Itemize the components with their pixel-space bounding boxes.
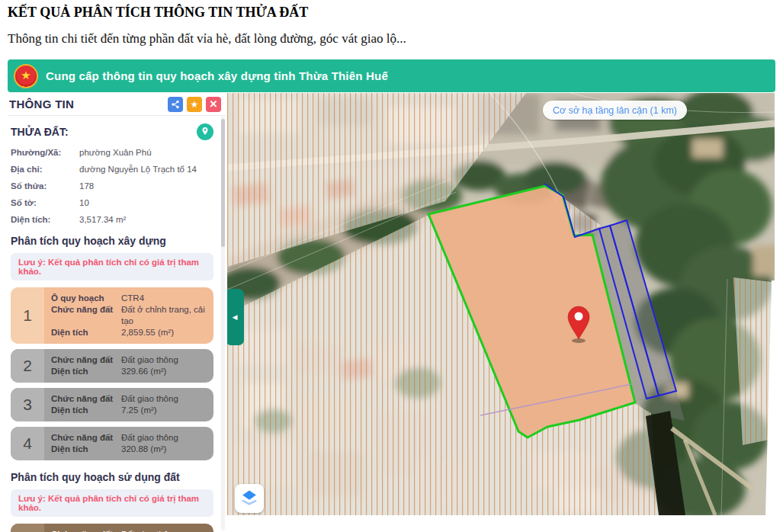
- panel-collapse-button[interactable]: ◀: [227, 289, 244, 345]
- field-label: Địa chỉ:: [11, 165, 79, 174]
- field-label: Diện tích:: [11, 215, 79, 224]
- location-pin-icon: [201, 127, 210, 138]
- item-row: Diện tích2,859.55 (m²): [51, 327, 207, 338]
- close-button[interactable]: ✕: [206, 97, 221, 112]
- page: KẾT QUẢ PHÂN TÍCH THÔNG TIN THỬA ĐẤT Thô…: [0, 0, 783, 532]
- satellite-imagery: [227, 93, 775, 515]
- parcel-field: Số thửa:178: [11, 181, 213, 191]
- field-value: đường Nguyễn Lộ Trạch tổ 14: [79, 165, 197, 174]
- item-row-value: Đất ở chỉnh trang, cải tạo: [121, 304, 207, 327]
- item-row-label: Chức năng đất: [51, 432, 121, 444]
- item-rows: Chức năng đấtĐất giao thôngDiện tích7.25…: [44, 388, 213, 421]
- landuse-analysis-list: 1Chức năng đấtĐất giao thôngDiện tích873…: [11, 524, 213, 532]
- item-row-value: 2,859.55 (m²): [121, 327, 207, 338]
- field-value: 10: [79, 198, 89, 207]
- field-label: Phường/Xã:: [11, 148, 79, 157]
- analysis-item[interactable]: 1Ô quy hoạchCTR4Chức năng đấtĐất ở chỉnh…: [11, 287, 213, 344]
- item-row-value: 320.88 (m²): [121, 444, 207, 455]
- item-row: Diện tích320.88 (m²): [51, 444, 207, 455]
- section-title-construction: Phân tích quy hoạch xây dựng: [11, 235, 213, 247]
- info-panel-header: THÔNG TIN ★ ✕: [8, 93, 226, 116]
- parcel-fields: Phường/Xã:phường Xuân PhúĐịa chỉ:đường N…: [11, 148, 213, 224]
- item-number: 4: [11, 427, 44, 460]
- nearby-infrastructure-button[interactable]: Cơ sở hạ tầng lân cận (1 km): [543, 101, 687, 120]
- analysis-item[interactable]: 2Chức năng đấtĐất giao thôngDiện tích329…: [11, 349, 213, 383]
- item-row: Diện tích329.66 (m²): [51, 366, 207, 377]
- locate-parcel-button[interactable]: [197, 123, 213, 140]
- item-number: 2: [11, 349, 44, 383]
- analysis-item[interactable]: 4Chức năng đấtĐất giao thôngDiện tích320…: [11, 427, 213, 460]
- item-row: Ô quy hoạchCTR4: [51, 293, 207, 304]
- close-icon: ✕: [210, 98, 218, 110]
- item-row-label: Chức năng đất: [51, 354, 121, 366]
- disclaimer-note: Lưu ý: Kết quả phân tích chỉ có giá trị …: [11, 489, 213, 517]
- analysis-item[interactable]: 1Chức năng đấtĐất giao thôngDiện tích873…: [11, 524, 213, 532]
- item-rows: Ô quy hoạchCTR4Chức năng đấtĐất ở chỉnh …: [44, 287, 213, 344]
- item-row: Chức năng đấtĐất giao thông: [51, 432, 207, 444]
- item-row: Chức năng đấtĐất giao thông: [51, 354, 207, 366]
- field-value: phường Xuân Phú: [79, 148, 152, 157]
- construction-analysis-list: 1Ô quy hoạchCTR4Chức năng đấtĐất ở chỉnh…: [11, 287, 213, 460]
- section-title-landuse: Phân tích quy hoạch sử dụng đất: [11, 471, 213, 483]
- app-banner: ★ Cung cấp thông tin quy hoạch xây dựng …: [8, 59, 775, 92]
- item-row-label: Diện tích: [51, 366, 121, 377]
- item-row-value: Đất giao thông: [121, 354, 207, 366]
- item-row: Chức năng đấtĐất ở chỉnh trang, cải tạo: [51, 304, 207, 327]
- star-icon: ★: [191, 99, 199, 110]
- item-row-label: Chức năng đất: [51, 304, 121, 327]
- parcel-field: Địa chỉ:đường Nguyễn Lộ Trạch tổ 14: [11, 165, 213, 174]
- item-number: 1: [11, 524, 44, 532]
- item-number: 3: [11, 388, 44, 421]
- info-panel-title: THÔNG TIN: [9, 98, 164, 111]
- item-row: Chức năng đấtĐất giao thông: [51, 393, 207, 405]
- layers-icon: [239, 487, 259, 511]
- parcel-section-title: THỬA ĐẤT:: [11, 126, 197, 138]
- item-row: Diện tích7.25 (m²): [51, 405, 207, 416]
- share-icon: [171, 100, 180, 109]
- item-row-label: Chức năng đất: [51, 393, 121, 405]
- item-row-label: Diện tích: [51, 405, 121, 416]
- info-panel: THÔNG TIN ★ ✕ THỬA ĐẤT: Phường/Xã:phường…: [8, 93, 226, 532]
- field-value: 178: [79, 181, 94, 191]
- item-row-value: Đất giao thông: [121, 432, 207, 444]
- item-rows: Chức năng đấtĐất giao thôngDiện tích320.…: [44, 427, 213, 460]
- item-row-label: Diện tích: [51, 444, 121, 455]
- field-label: Số thửa:: [11, 181, 79, 191]
- favorite-button[interactable]: ★: [187, 97, 202, 112]
- parcel-field: Phường/Xã:phường Xuân Phú: [11, 148, 213, 157]
- sidebar-scrollbar-thumb[interactable]: [221, 119, 225, 247]
- page-subtitle: Thông tin chi tiết đến từng phần đất vỉa…: [8, 31, 406, 46]
- app-banner-title: Cung cấp thông tin quy hoạch xây dựng tỉ…: [46, 69, 388, 82]
- parcel-field: Số tờ:10: [11, 198, 213, 207]
- item-rows: Chức năng đấtĐất giao thôngDiện tích329.…: [44, 349, 213, 383]
- vietnam-emblem-icon: ★: [14, 64, 38, 88]
- disclaimer-note: Lưu ý: Kết quả phân tích chỉ có giá trị …: [11, 253, 213, 280]
- item-row-label: Ô quy hoạch: [51, 293, 121, 304]
- item-row-label: Diện tích: [51, 327, 121, 338]
- chevron-left-icon: ◀: [233, 313, 238, 321]
- item-row-value: CTR4: [121, 293, 207, 304]
- field-label: Số tờ:: [11, 198, 79, 207]
- item-number: 1: [11, 287, 44, 344]
- item-row-value: Đất giao thông: [121, 529, 207, 532]
- item-row-value: Đất giao thông: [121, 393, 207, 405]
- share-button[interactable]: [168, 97, 183, 112]
- item-row: Chức năng đấtĐất giao thông: [51, 529, 207, 532]
- item-row-value: 329.66 (m²): [121, 366, 207, 377]
- field-value: 3,517.34 m²: [79, 215, 126, 224]
- item-row-value: 7.25 (m²): [121, 405, 207, 416]
- layers-button[interactable]: [235, 484, 264, 513]
- map-canvas[interactable]: ◀ Cơ sở hạ tầng lân cận (1 km): [227, 93, 775, 515]
- page-title: KẾT QUẢ PHÂN TÍCH THÔNG TIN THỬA ĐẤT: [8, 5, 308, 21]
- analysis-item[interactable]: 3Chức năng đấtĐất giao thôngDiện tích7.2…: [11, 388, 213, 421]
- item-rows: Chức năng đấtĐất giao thôngDiện tích873.…: [44, 524, 213, 532]
- item-row-label: Chức năng đất: [51, 529, 121, 532]
- parcel-field: Diện tích:3,517.34 m²: [11, 215, 213, 224]
